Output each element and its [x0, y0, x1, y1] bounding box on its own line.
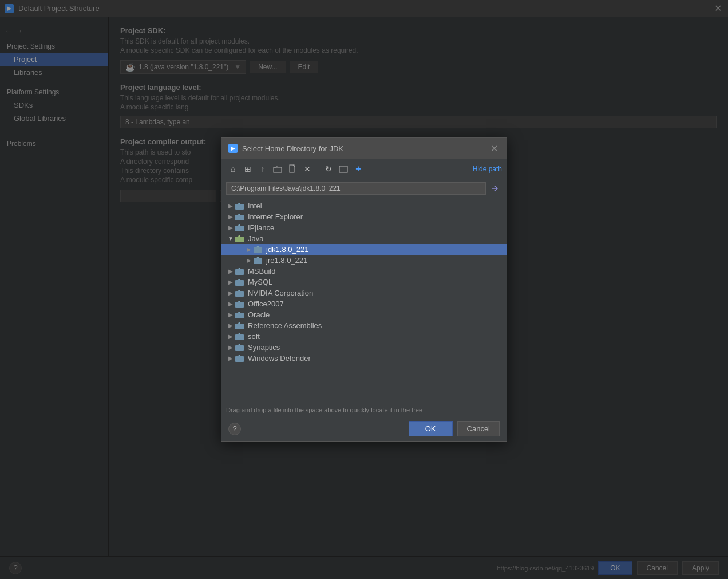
tree-item-synaptics[interactable]: ▶ Synaptics [221, 342, 507, 353]
svg-rect-0 [274, 167, 282, 172]
toolbar-newfile-button[interactable] [286, 163, 299, 175]
tree-arrow-java: ▼ [226, 235, 235, 242]
folder-icon-msbuild [235, 267, 246, 275]
svg-rect-14 [235, 324, 244, 329]
tree-label-msbuild: MSBuild [248, 267, 275, 275]
toolbar-separator-1 [318, 164, 318, 174]
tree-label-intel: Intel [248, 202, 262, 210]
tree-item-java[interactable]: ▼ Java [221, 233, 507, 244]
tree-arrow-jre: ▶ [244, 257, 254, 263]
tree-item-jre[interactable]: ▶ jre1.8.0_221 [221, 255, 507, 266]
folder-icon-oracle [235, 311, 246, 319]
dialog-ok-button[interactable]: OK [409, 421, 453, 436]
dialog-footer: ? OK Cancel [221, 416, 507, 441]
tree-label-jdk: jdk1.8.0_221 [266, 245, 308, 254]
tree-arrow-oracle: ▶ [226, 312, 235, 318]
toolbar-expand-button[interactable] [337, 163, 350, 175]
dialog-path-row [221, 179, 507, 198]
svg-rect-5 [235, 226, 244, 231]
tree-item-nvidia[interactable]: ▶ NVIDIA Corporation [221, 287, 507, 298]
tree-arrow-ipjiance: ▶ [226, 224, 235, 231]
toolbar-delete-button[interactable]: ✕ [300, 163, 314, 175]
tree-arrow-soft: ▶ [226, 333, 235, 340]
folder-icon-jre [254, 257, 264, 265]
file-tree[interactable]: ▶ Intel ▶ Internet Explorer ▶ I [221, 198, 507, 404]
svg-rect-7 [254, 247, 262, 253]
dialog-title: Select Home Directory for JDK [242, 144, 488, 153]
tree-item-reference-assemblies[interactable]: ▶ Reference Assemblies [221, 320, 507, 331]
toolbar-add-button[interactable]: + [351, 163, 365, 175]
folder-icon-office [235, 300, 246, 308]
tree-item-intel[interactable]: ▶ Intel [221, 200, 507, 211]
svg-rect-15 [235, 334, 244, 340]
tree-label-wd: Windows Defender [248, 354, 311, 363]
tree-label-jre: jre1.8.0_221 [266, 256, 307, 265]
select-jdk-dialog: ▶ Select Home Directory for JDK ✕ ⌂ ⊞ ↑ … [221, 137, 507, 442]
svg-rect-2 [339, 166, 347, 172]
path-input[interactable] [226, 182, 486, 195]
svg-rect-3 [235, 204, 244, 210]
folder-icon-wd [235, 355, 246, 363]
tree-arrow-wd: ▶ [226, 355, 235, 361]
svg-rect-13 [235, 313, 244, 318]
svg-rect-12 [235, 302, 244, 308]
tree-label-synaptics: Synaptics [248, 343, 280, 352]
svg-rect-4 [235, 215, 244, 220]
folder-icon-mysql [235, 278, 246, 286]
folder-icon-ipjiance [235, 224, 246, 232]
tree-label-office: Office2007 [248, 300, 284, 308]
tree-item-ipjiance[interactable]: ▶ IPjiance [221, 222, 507, 233]
tree-arrow-msbuild: ▶ [226, 268, 235, 274]
tree-label-mysql: MySQL [248, 278, 272, 286]
folder-icon-soft [235, 333, 246, 341]
hide-path-button[interactable]: Hide path [473, 165, 502, 173]
toolbar-up-button[interactable]: ↑ [256, 163, 270, 175]
dialog-help-button[interactable]: ? [228, 423, 241, 435]
tree-item-oracle[interactable]: ▶ Oracle [221, 309, 507, 320]
tree-label-nvidia: NVIDIA Corporation [248, 289, 313, 297]
dialog-overlay: ▶ Select Home Directory for JDK ✕ ⌂ ⊞ ↑ … [0, 0, 728, 579]
svg-rect-11 [235, 291, 244, 297]
tree-arrow-intel: ▶ [226, 203, 235, 209]
tree-item-internet-explorer[interactable]: ▶ Internet Explorer [221, 211, 507, 222]
toolbar-refresh-button[interactable]: ↻ [322, 163, 335, 175]
svg-rect-8 [254, 258, 262, 264]
folder-icon-java [235, 235, 246, 243]
folder-icon-ra [235, 322, 246, 330]
svg-rect-17 [235, 356, 244, 362]
path-go-button[interactable] [488, 182, 502, 195]
tree-item-windows-defender[interactable]: ▶ Windows Defender [221, 353, 507, 364]
dialog-close-button[interactable]: ✕ [488, 143, 500, 154]
svg-rect-16 [235, 345, 244, 351]
dialog-titlebar: ▶ Select Home Directory for JDK ✕ [221, 138, 507, 159]
svg-rect-1 [290, 165, 294, 172]
toolbar-home-button[interactable]: ⌂ [226, 163, 240, 175]
svg-rect-6 [235, 237, 244, 242]
tree-item-soft[interactable]: ▶ soft [221, 331, 507, 342]
tree-arrow-ra: ▶ [226, 322, 235, 329]
tree-arrow-jdk: ▶ [244, 246, 254, 253]
tree-arrow-mysql: ▶ [226, 279, 235, 285]
folder-icon-intel [235, 202, 246, 210]
tree-item-mysql[interactable]: ▶ MySQL [221, 277, 507, 287]
toolbar-grid-button[interactable]: ⊞ [241, 163, 255, 175]
tree-item-msbuild[interactable]: ▶ MSBuild [221, 266, 507, 277]
drag-hint: Drag and drop a file into the space abov… [221, 404, 507, 416]
folder-icon-nvidia [235, 289, 246, 297]
tree-arrow-ie: ▶ [226, 214, 235, 220]
dialog-toolbar: ⌂ ⊞ ↑ ✕ ↻ + Hide path [221, 159, 507, 179]
folder-icon-synaptics [235, 344, 246, 352]
folder-icon-jdk [254, 246, 264, 254]
tree-label-ra: Reference Assemblies [248, 321, 322, 330]
tree-item-office[interactable]: ▶ Office2007 [221, 298, 507, 309]
tree-item-jdk[interactable]: ▶ jdk1.8.0_221 [221, 244, 507, 255]
svg-rect-9 [235, 269, 244, 275]
tree-label-java: Java [248, 234, 263, 243]
tree-label-soft: soft [248, 332, 260, 341]
tree-label-ipjiance: IPjiance [248, 223, 274, 232]
toolbar-newfolder-button[interactable] [271, 163, 284, 175]
tree-arrow-synaptics: ▶ [226, 344, 235, 350]
tree-label-oracle: Oracle [248, 310, 270, 319]
tree-arrow-nvidia: ▶ [226, 290, 235, 296]
dialog-cancel-button[interactable]: Cancel [457, 421, 500, 436]
